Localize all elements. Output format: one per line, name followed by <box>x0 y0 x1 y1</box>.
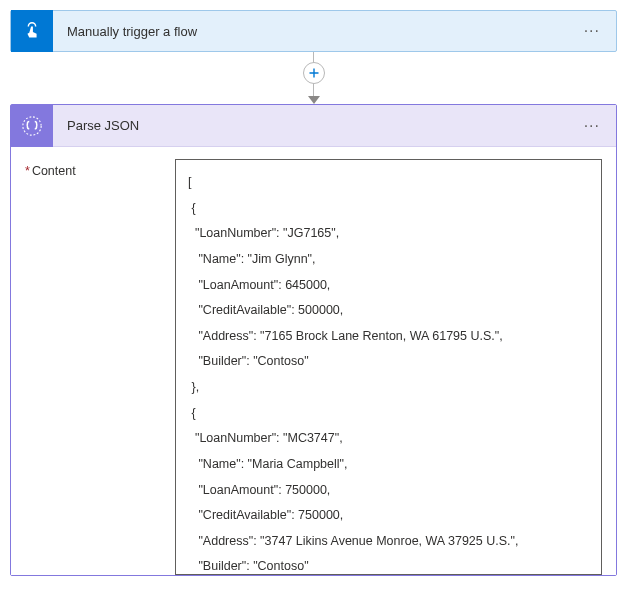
action-icon-box <box>11 105 53 147</box>
content-input[interactable]: [ { "LoanNumber": "JG7165", "Name": "Jim… <box>175 159 602 575</box>
hand-tap-icon <box>21 20 43 42</box>
action-more-button[interactable]: ··· <box>568 105 616 146</box>
add-step-button[interactable] <box>303 62 325 84</box>
more-icon: ··· <box>584 22 600 40</box>
action-title: Parse JSON <box>53 118 568 133</box>
plus-icon <box>308 67 320 79</box>
trigger-more-button[interactable]: ··· <box>568 11 616 51</box>
connector <box>10 52 617 104</box>
more-icon: ··· <box>584 117 600 135</box>
braces-icon <box>21 115 43 137</box>
content-label-text: Content <box>32 164 76 178</box>
trigger-icon-box <box>11 10 53 52</box>
svg-point-0 <box>23 116 41 134</box>
field-label-column: *Content <box>25 159 175 575</box>
trigger-title: Manually trigger a flow <box>53 24 568 39</box>
parse-json-card: Parse JSON ··· *Content [ { "LoanNumber"… <box>10 104 617 576</box>
field-input-column: [ { "LoanNumber": "JG7165", "Name": "Jim… <box>175 159 602 575</box>
required-indicator: * <box>25 164 30 178</box>
arrow-down-icon <box>308 96 320 104</box>
action-header[interactable]: Parse JSON ··· <box>11 105 616 147</box>
trigger-card[interactable]: Manually trigger a flow ··· <box>10 10 617 52</box>
content-field-label: *Content <box>25 164 76 178</box>
action-body: *Content [ { "LoanNumber": "JG7165", "Na… <box>11 147 616 575</box>
